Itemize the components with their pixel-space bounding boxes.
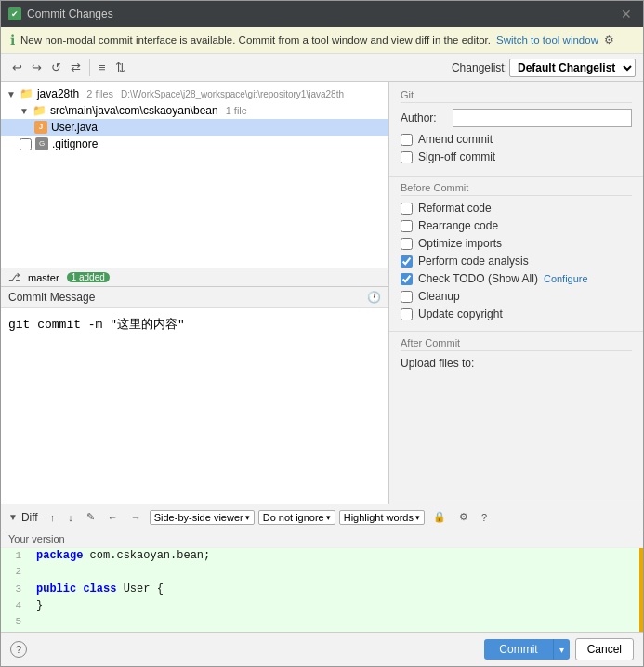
info-bar: ℹ New non-modal commit interface is avai…	[1, 27, 643, 54]
git-section: Git Author: Amend commit Sign-off commit	[389, 82, 643, 176]
ignore-label: Do not ignore	[263, 512, 324, 523]
refresh-button[interactable]: ↺	[47, 59, 65, 76]
tree-src[interactable]: ▼ 📁 src\main\java\com\cskaoyan\bean 1 fi…	[1, 102, 388, 119]
window-title: Commit Changes	[27, 7, 611, 20]
check-todo-checkbox[interactable]	[401, 273, 413, 285]
before-commit-section: Before Commit Reformat code Rearrange co…	[389, 176, 643, 331]
commit-msg-before: git commit -m "	[8, 318, 117, 332]
tree-gitignore[interactable]: G .gitignore	[1, 136, 388, 152]
author-label: Author:	[401, 111, 447, 124]
right-panel: Git Author: Amend commit Sign-off commit…	[389, 82, 643, 504]
highlight-label: Highlight words	[344, 512, 414, 523]
update-copyright-checkbox[interactable]	[401, 308, 413, 320]
diff-line-1: 1 package com.cskaoyan.bean;	[1, 548, 643, 565]
diff-down-button[interactable]: ↓	[63, 509, 78, 526]
diff-code: 1 package com.cskaoyan.bean; 2 3 public …	[1, 548, 643, 632]
help-button[interactable]: ?	[10, 641, 27, 658]
diff-line-5: 5	[1, 615, 643, 632]
reformat-code-label: Reformat code	[418, 202, 492, 215]
upload-files-label: Upload files to:	[401, 357, 474, 370]
line-content-3: public class User {	[29, 582, 164, 595]
commit-message-section: Commit Message 🕐 git commit -m "这里的内容"	[1, 287, 388, 504]
line-num-1: 1	[1, 550, 29, 561]
check-todo-label: Check TODO (Show All)	[418, 272, 538, 285]
src-label: src\main\java\com\cskaoyan\bean	[50, 104, 218, 117]
gitignore-label: .gitignore	[52, 137, 98, 150]
window-icon: ✔	[8, 7, 21, 20]
diff-collapse-icon[interactable]: ▼	[8, 512, 18, 522]
line-num-5: 5	[1, 616, 29, 627]
commit-changes-window: ✔ Commit Changes ✕ ℹ New non-modal commi…	[0, 0, 644, 667]
reformat-code-row: Reformat code	[401, 202, 632, 215]
highlight-chevron: ▾	[415, 513, 420, 522]
diff-line-2: 2	[1, 565, 643, 582]
info-text: New non-modal commit interface is availa…	[20, 34, 491, 46]
rearrange-code-checkbox[interactable]	[401, 220, 413, 232]
tree-user-java[interactable]: J User.java	[1, 119, 388, 136]
commit-message-header: Commit Message 🕐	[1, 287, 388, 308]
cancel-button[interactable]: Cancel	[575, 638, 634, 660]
diff-section: ▼ Diff ↑ ↓ ✎ ← → Side-by-side viewer ▾ D…	[1, 504, 643, 632]
diff-left-button[interactable]: ←	[103, 509, 123, 526]
ignore-dropdown[interactable]: Do not ignore ▾	[258, 510, 335, 525]
align-button[interactable]: ≡	[95, 59, 110, 76]
changelist-label: Changelist:	[452, 61, 507, 74]
rearrange-code-row: Rearrange code	[401, 219, 632, 232]
diff-settings-button[interactable]: ⚙	[454, 508, 473, 526]
commit-button[interactable]: Commit	[484, 639, 552, 660]
check-todo-row: Check TODO (Show All) Configure	[401, 272, 632, 285]
diff-line-4: 4 }	[1, 598, 643, 615]
your-version-label: Your version	[1, 530, 643, 548]
move-button[interactable]: ⇄	[67, 59, 85, 76]
sort-button[interactable]: ⇅	[112, 59, 129, 76]
diff-marker	[639, 548, 643, 632]
signoff-checkbox[interactable]	[401, 151, 413, 163]
cleanup-checkbox[interactable]	[401, 291, 413, 303]
undo-button[interactable]: ↩	[8, 59, 26, 76]
changelist-select[interactable]: Default Changelist	[509, 59, 636, 77]
viewer-label: Side-by-side viewer	[154, 512, 243, 523]
diff-help-button[interactable]: ?	[477, 509, 492, 526]
switch-to-tool-window-link[interactable]: Switch to tool window	[496, 34, 598, 46]
viewer-dropdown[interactable]: Side-by-side viewer ▾	[150, 510, 255, 525]
redo-button[interactable]: ↪	[28, 59, 46, 76]
bottom-bar: ? Commit ▾ Cancel	[1, 632, 643, 666]
close-button[interactable]: ✕	[617, 7, 636, 21]
file-tree: ▼ 📁 java28th 2 files D:\WorkSpace\j28_wo…	[1, 82, 388, 268]
diff-lock-button[interactable]: 🔒	[428, 508, 451, 526]
main-content: ▼ 📁 java28th 2 files D:\WorkSpace\j28_wo…	[1, 82, 643, 504]
perform-analysis-checkbox[interactable]	[401, 255, 413, 268]
rearrange-code-label: Rearrange code	[418, 219, 498, 232]
line-num-2: 2	[1, 566, 29, 577]
diff-edit-button[interactable]: ✎	[82, 508, 99, 526]
reformat-code-checkbox[interactable]	[401, 203, 413, 215]
after-commit-title: After Commit	[401, 337, 632, 351]
amend-commit-checkbox[interactable]	[401, 134, 413, 146]
optimize-imports-row: Optimize imports	[401, 237, 632, 250]
highlight-dropdown[interactable]: Highlight words ▾	[339, 510, 425, 525]
tree-root[interactable]: ▼ 📁 java28th 2 files D:\WorkSpace\j28_wo…	[1, 85, 388, 102]
optimize-imports-checkbox[interactable]	[401, 238, 413, 250]
added-badge: 1 added	[67, 272, 110, 282]
commit-button-group: Commit ▾	[484, 639, 569, 660]
viewer-chevron: ▾	[245, 513, 250, 522]
ignore-chevron: ▾	[326, 513, 331, 522]
diff-title: Diff	[21, 511, 38, 524]
configure-link[interactable]: Configure	[544, 273, 588, 284]
commit-msg-after: "	[177, 318, 185, 332]
signoff-row: Sign-off commit	[401, 150, 632, 163]
status-bar: ⎇ master 1 added	[1, 268, 388, 287]
diff-up-button[interactable]: ↑	[46, 509, 60, 526]
before-commit-title: Before Commit	[401, 182, 632, 196]
root-label: java28th	[37, 87, 79, 100]
diff-right-button[interactable]: →	[126, 509, 146, 526]
line-num-4: 4	[1, 600, 29, 611]
commit-message-content[interactable]: git commit -m "这里的内容"	[1, 308, 388, 504]
settings-icon[interactable]: ⚙	[604, 33, 614, 46]
author-input[interactable]	[453, 109, 632, 127]
src-folder-icon: 📁	[33, 104, 46, 117]
git-section-title: Git	[401, 89, 632, 103]
commit-dropdown-button[interactable]: ▾	[553, 639, 570, 660]
cleanup-row: Cleanup	[401, 290, 632, 303]
gitignore-checkbox[interactable]	[20, 138, 32, 150]
